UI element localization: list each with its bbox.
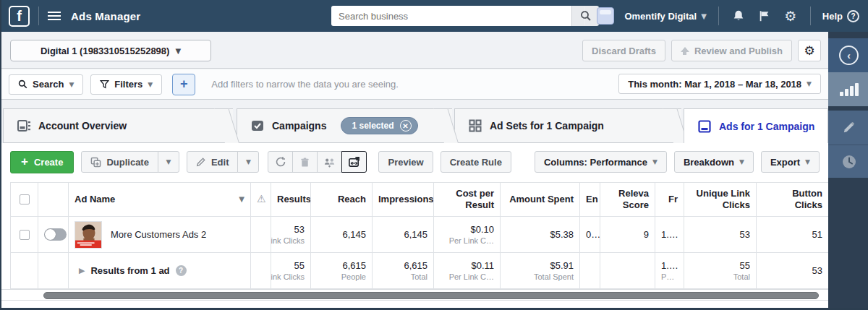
insights-charts-button[interactable] bbox=[828, 72, 868, 106]
duplicate-dropdown-button[interactable]: ▼ bbox=[158, 151, 179, 173]
chevron-down-icon: ▼ bbox=[807, 80, 812, 87]
columns-selector-button[interactable]: Columns: Performance ▼ bbox=[535, 151, 667, 173]
search-input[interactable] bbox=[331, 6, 571, 26]
divider bbox=[718, 7, 719, 25]
search-button-label: Search bbox=[33, 79, 64, 90]
tab-label: Campaigns bbox=[272, 120, 326, 132]
breakdown-button[interactable]: Breakdown ▼ bbox=[674, 151, 754, 173]
delete-button[interactable] bbox=[292, 151, 318, 173]
frequency-header[interactable]: Fr bbox=[655, 183, 684, 217]
relevance-score-cell: 9 bbox=[600, 217, 655, 253]
tab-ads[interactable]: Ads for 1 Campaign bbox=[684, 108, 828, 143]
horizontal-scrollbar[interactable] bbox=[1, 289, 828, 301]
divider bbox=[584, 7, 585, 25]
refresh-button[interactable] bbox=[268, 151, 293, 173]
ad-account-selector[interactable]: Digital 1 (1983310515252898) ▼ bbox=[10, 40, 211, 61]
results-header[interactable]: Results bbox=[271, 183, 311, 217]
row-action-icons bbox=[268, 151, 367, 173]
publish-settings-button[interactable]: ⚙ bbox=[798, 40, 821, 61]
add-filter-button[interactable]: + bbox=[172, 74, 195, 95]
unique-link-clicks-header[interactable]: Unique Link Clicks bbox=[684, 183, 757, 217]
trash-icon bbox=[299, 157, 310, 168]
reach-cell: 6,145 bbox=[311, 217, 373, 253]
table-header-row: Ad Name ▼ ⚠ Results Reach Impressions Co… bbox=[11, 183, 829, 217]
chevron-down-icon: ▼ bbox=[69, 81, 74, 88]
table-row-summary: ▶ Results from 1 ad ? 55 Link Clicks 6,6… bbox=[11, 253, 829, 289]
facebook-logo-icon[interactable]: f bbox=[9, 6, 30, 27]
copy-icon bbox=[90, 157, 101, 168]
ad-name-header-label: Ad Name bbox=[75, 194, 115, 205]
ad-name-header[interactable]: Ad Name ▼ bbox=[69, 183, 251, 217]
delivery-warning-header: ⚠ bbox=[251, 183, 271, 217]
notifications-bell-icon[interactable] bbox=[731, 8, 746, 24]
cost-per-result-header[interactable]: Cost per Result bbox=[434, 183, 501, 217]
preview-button[interactable]: Preview bbox=[378, 151, 433, 173]
date-range-selector[interactable]: This month: Mar 1, 2018 – Mar 18, 2018 ▼ bbox=[618, 74, 821, 94]
table-view-controls: Columns: Performance ▼ Breakdown ▼ Expor… bbox=[535, 151, 820, 173]
bar-chart-icon bbox=[840, 83, 859, 96]
date-range-label: This month: Mar 1, 2018 – Mar 18, 2018 bbox=[628, 79, 801, 90]
flag-icon[interactable] bbox=[757, 8, 773, 24]
toggle-column-header bbox=[38, 183, 69, 217]
search-filter-button[interactable]: Search ▼ bbox=[9, 74, 83, 95]
create-button[interactable]: + Create bbox=[10, 151, 74, 173]
tab-campaigns[interactable]: Campaigns 1 selected ✕ bbox=[237, 108, 452, 143]
clear-selection-icon[interactable]: ✕ bbox=[400, 120, 412, 132]
export-button[interactable]: Export ▼ bbox=[761, 151, 820, 173]
right-sidebar: ‹ bbox=[828, 32, 868, 310]
select-all-cell bbox=[11, 183, 38, 217]
filters-button[interactable]: Filters ▼ bbox=[90, 74, 162, 95]
tab-label: Ad Sets for 1 Campaign bbox=[490, 120, 604, 132]
duplicate-button[interactable]: Duplicate bbox=[81, 151, 158, 173]
cost-per-result-cell: $0.10 Per Link C… bbox=[434, 217, 501, 253]
frequency-cell: 1.… P… bbox=[655, 253, 684, 289]
tab-account-overview[interactable]: Account Overview bbox=[3, 108, 233, 143]
results-cell: 55 Link Clicks bbox=[271, 253, 311, 289]
selected-count-badge[interactable]: 1 selected ✕ bbox=[341, 117, 417, 134]
cost-per-result-cell: $0.11 Per Link C… bbox=[434, 253, 501, 289]
expand-triangle-icon[interactable]: ▶ bbox=[79, 266, 85, 275]
review-publish-label: Review and Publish bbox=[694, 46, 783, 56]
edit-button[interactable]: Edit bbox=[187, 151, 239, 173]
row-checkbox[interactable] bbox=[20, 230, 30, 240]
review-and-publish-button[interactable]: Review and Publish bbox=[671, 40, 792, 61]
tab-label: Account Overview bbox=[38, 120, 127, 132]
settings-gear-icon[interactable]: ⚙ bbox=[783, 8, 799, 24]
discard-drafts-button[interactable]: Discard Drafts bbox=[582, 40, 665, 61]
ad-thumbnail bbox=[75, 221, 102, 249]
select-all-checkbox[interactable] bbox=[20, 194, 30, 204]
ends-header[interactable]: En bbox=[580, 183, 600, 217]
ad-status-toggle[interactable] bbox=[44, 228, 67, 241]
ad-name-link[interactable]: More Customers Ads 2 bbox=[111, 229, 206, 240]
plus-icon: + bbox=[21, 155, 28, 169]
table-row-ad[interactable]: More Customers Ads 2 53 Link Clicks 6,14… bbox=[11, 217, 829, 253]
help-menu[interactable]: Help ? bbox=[822, 10, 859, 22]
reach-header[interactable]: Reach bbox=[311, 183, 373, 217]
results-cell: 53 Link Clicks bbox=[271, 217, 311, 253]
tab-ad-sets[interactable]: Ad Sets for 1 Campaign bbox=[454, 108, 681, 143]
business-account-menu[interactable]: Omentify Digital ▼ bbox=[624, 11, 706, 22]
split-test-button[interactable] bbox=[317, 151, 342, 173]
hamburger-menu-icon[interactable] bbox=[48, 12, 61, 20]
account-overview-icon bbox=[17, 119, 31, 133]
business-name: Omentify Digital bbox=[624, 11, 697, 22]
create-rule-button[interactable]: Create Rule bbox=[441, 151, 511, 173]
clock-icon bbox=[841, 154, 857, 170]
view-setup-button[interactable] bbox=[341, 151, 367, 173]
gear-icon: ⚙ bbox=[804, 45, 814, 57]
relevance-score-header[interactable]: Releva Score bbox=[600, 183, 655, 217]
search-icon bbox=[18, 79, 27, 89]
pencil-icon bbox=[842, 121, 856, 134]
duplicate-split-button: Duplicate ▼ bbox=[81, 151, 179, 173]
history-panel-button[interactable] bbox=[828, 145, 868, 178]
collapse-panel-button[interactable]: ‹ bbox=[828, 38, 868, 72]
edit-dropdown-button[interactable]: ▼ bbox=[237, 151, 259, 173]
scrollbar-thumb[interactable] bbox=[43, 292, 819, 299]
button-clicks-header[interactable]: Button Clicks bbox=[757, 183, 829, 217]
ad-sets-icon bbox=[468, 119, 482, 133]
impressions-header[interactable]: Impressions bbox=[373, 183, 434, 217]
info-icon[interactable]: ? bbox=[176, 265, 187, 276]
duplicate-label: Duplicate bbox=[106, 157, 149, 168]
amount-spent-header[interactable]: Amount Spent bbox=[501, 183, 580, 217]
edit-panel-button[interactable] bbox=[828, 111, 868, 145]
